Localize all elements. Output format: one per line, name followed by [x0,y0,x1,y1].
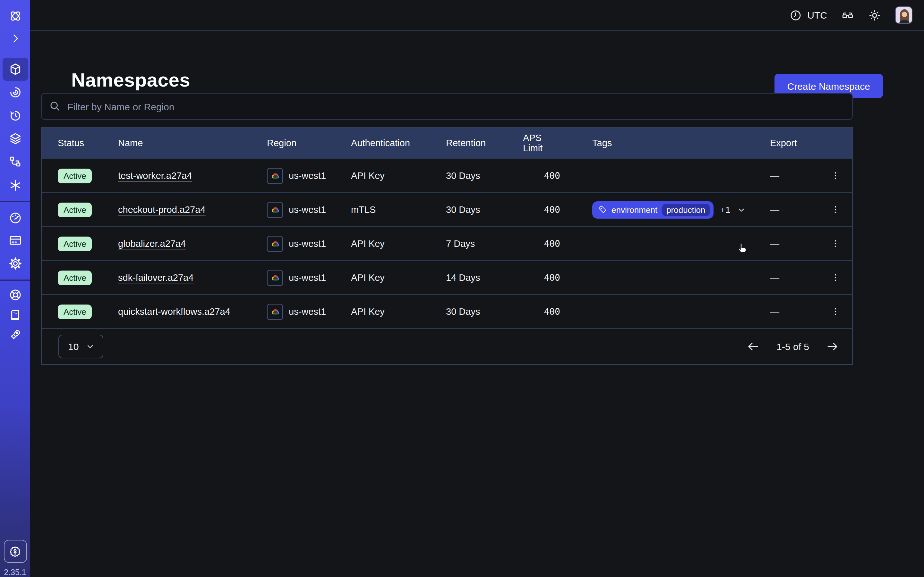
col-header-tags: Tags [560,138,766,148]
col-header-export: Export [766,138,853,148]
temporal-logo-icon[interactable] [2,5,28,27]
prev-page-arrow[interactable] [746,340,760,353]
status-badge: Active [58,236,92,251]
col-header-region: Region [267,138,351,148]
status-badge: Active [58,168,92,183]
namespace-link[interactable]: globalizer.a27a4 [118,239,186,249]
retention-cell: 30 Days [446,171,523,181]
filter-input[interactable] [41,93,853,120]
table-row[interactable]: Active globalizer.a27a4 us-west1 API Key… [42,226,852,260]
auth-cell: mTLS [351,205,446,215]
namespace-link[interactable]: test-worker.a27a4 [118,171,192,181]
sidebar-item-workflows[interactable] [2,81,28,104]
tags-expand-chevron-icon[interactable] [737,205,746,214]
col-header-retention: Retention [446,138,523,148]
table-row[interactable]: Active test-worker.a27a4 us-west1 API Ke… [42,158,852,192]
page-size-select[interactable]: 10 [58,335,103,358]
region-cell: us-west1 [267,303,351,319]
export-value: — [770,171,779,181]
tag-chip[interactable]: environment production [592,201,714,218]
aps-limit-cell: 400 [523,171,560,181]
namespace-link[interactable]: checkout-prod.a27a4 [118,205,206,215]
retention-cell: 7 Days [446,239,523,249]
sidebar-item-support[interactable] [2,284,28,306]
sun-icon[interactable] [868,9,881,21]
sidebar: 2.35.1 [0,0,30,577]
status-badge: Active [58,202,92,217]
region-label: us-west1 [289,171,326,181]
tag-icon [598,205,607,214]
tag-value: production [662,203,710,216]
book-sparkles-icon [8,308,22,322]
credit-card-icon [8,234,22,247]
sidebar-item-nexus[interactable] [2,150,28,173]
google-cloud-icon [267,168,283,184]
sidebar-item-settings[interactable] [2,252,28,275]
aps-limit-cell: 400 [523,306,560,317]
retention-cell: 14 Days [446,272,523,283]
page-size-value: 10 [68,341,79,352]
google-cloud-icon [267,303,283,319]
retention-cell: 30 Days [446,306,523,317]
aps-limit-cell: 400 [523,205,560,215]
sidebar-item-deployments[interactable] [2,127,28,150]
namespaces-page: 2.35.1 UTC [0,0,924,577]
table-row[interactable]: Active checkout-prod.a27a4 us-west1 mTLS… [42,192,852,226]
sidebar-item-batch-operations[interactable] [2,174,28,197]
region-cell: us-west1 [267,269,351,285]
timer-icon [8,108,22,122]
row-actions-kebab-icon[interactable] [828,168,843,183]
sidebar-expand-chevron-icon[interactable] [2,27,28,50]
table-row[interactable]: Active quickstart-workflows.a27a4 us-wes… [42,294,852,328]
filter-bar [41,93,853,120]
namespace-link[interactable]: sdk-failover.a27a4 [118,272,194,283]
region-label: us-west1 [289,272,326,283]
credits-button[interactable] [3,540,27,563]
row-actions-kebab-icon[interactable] [828,304,843,319]
col-header-authentication: Authentication [351,138,446,148]
col-header-aps-limit: APS Limit [523,133,560,153]
region-label: us-west1 [289,205,326,215]
topbar: UTC [30,0,924,31]
col-header-name: Name [118,138,267,148]
branch-icon [8,155,22,169]
auth-cell: API Key [351,306,446,317]
clock-icon [789,9,802,21]
region-cell: us-west1 [267,235,351,251]
table-row[interactable]: Active sdk-failover.a27a4 us-west1 API K… [42,260,852,294]
rocket-icon [8,327,22,342]
row-actions-kebab-icon[interactable] [828,270,843,285]
search-icon [49,100,61,112]
tags-group: environment production +1 [592,201,746,218]
sidebar-divider [0,279,30,281]
glasses-icon[interactable] [841,9,854,21]
aps-limit-cell: 400 [523,272,560,283]
sidebar-divider [0,201,30,202]
region-cell: us-west1 [267,168,351,184]
sidebar-item-usage[interactable] [2,206,28,229]
sidebar-item-schedules[interactable] [2,104,28,127]
timezone-selector[interactable]: UTC [789,9,827,21]
tag-key: environment [612,205,657,214]
row-actions-kebab-icon[interactable] [828,236,843,251]
status-badge: Active [58,270,92,285]
page-title: Namespaces [71,69,190,91]
col-header-status: Status [42,138,118,148]
asterisk-icon [8,178,22,192]
more-tags-count: +1 [720,205,730,215]
row-actions-kebab-icon[interactable] [828,202,843,218]
auth-cell: API Key [351,171,446,181]
region-label: us-west1 [289,239,326,249]
sidebar-item-getting-started[interactable] [2,323,28,346]
table-body: Active test-worker.a27a4 us-west1 API Ke… [42,158,852,328]
auth-cell: API Key [351,239,446,249]
table-footer: 10 1-5 of 5 [42,328,852,364]
sidebar-item-namespaces[interactable] [2,58,28,81]
google-cloud-icon [267,269,283,285]
user-avatar[interactable] [895,6,913,24]
gauge-icon [8,211,22,225]
next-page-arrow[interactable] [826,340,839,353]
namespace-link[interactable]: quickstart-workflows.a27a4 [118,306,230,317]
gear-icon [8,256,22,271]
sidebar-item-billing[interactable] [2,229,28,252]
